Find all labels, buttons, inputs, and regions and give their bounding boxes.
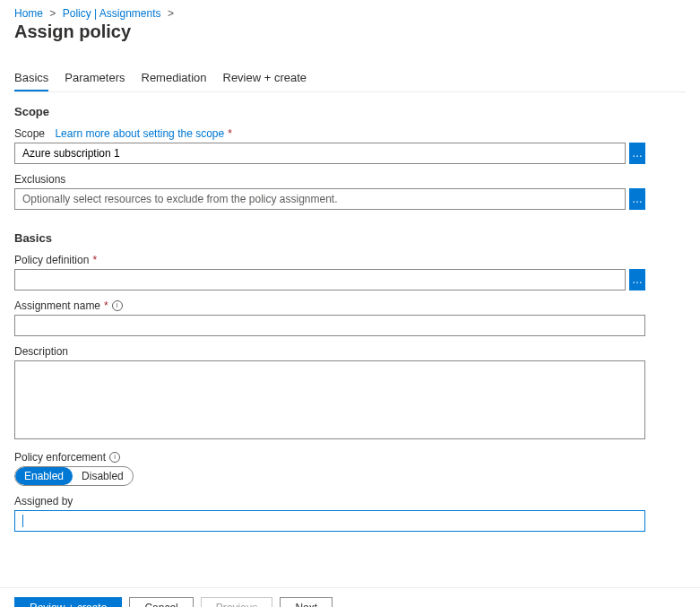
enforcement-disabled-option[interactable]: Disabled — [73, 467, 133, 485]
tab-remediation[interactable]: Remediation — [142, 67, 207, 91]
required-marker: * — [104, 299, 108, 312]
exclusions-label: Exclusions — [14, 173, 686, 186]
tab-review-create[interactable]: Review + create — [223, 67, 307, 91]
exclusions-picker-button[interactable]: … — [629, 188, 645, 210]
required-marker: * — [228, 127, 232, 140]
previous-button: Previous — [201, 597, 273, 607]
assigned-by-input[interactable] — [14, 510, 645, 532]
breadcrumb-policy-assignments[interactable]: Policy | Assignments — [63, 7, 161, 20]
exclusions-input[interactable] — [14, 188, 626, 210]
policy-definition-input[interactable] — [14, 269, 626, 290]
description-textarea[interactable] — [14, 360, 645, 439]
scope-learn-more-link[interactable]: Learn more about setting the scope — [55, 127, 224, 140]
breadcrumb: Home > Policy | Assignments > — [14, 7, 686, 20]
policy-enforcement-label: Policy enforcement i — [14, 451, 686, 464]
policy-definition-picker-button[interactable]: … — [629, 269, 645, 290]
cancel-button[interactable]: Cancel — [129, 597, 193, 607]
assigned-by-label: Assigned by — [14, 495, 686, 507]
assignment-name-label: Assignment name * i — [14, 299, 686, 312]
scope-input[interactable] — [14, 143, 626, 164]
chevron-right-icon: > — [168, 7, 174, 20]
policy-enforcement-toggle: Enabled Disabled — [14, 466, 134, 486]
scope-label-row: Scope Learn more about setting the scope… — [14, 127, 686, 140]
section-heading-scope: Scope — [14, 105, 686, 118]
review-create-button[interactable]: Review + create — [14, 597, 122, 607]
breadcrumb-home[interactable]: Home — [14, 7, 43, 20]
footer-actions: Review + create Cancel Previous Next — [0, 588, 700, 607]
enforcement-enabled-option[interactable]: Enabled — [15, 467, 73, 485]
text-caret — [22, 515, 23, 527]
tab-parameters[interactable]: Parameters — [65, 67, 125, 91]
chevron-right-icon: > — [49, 7, 56, 20]
scope-label: Scope — [14, 127, 45, 140]
info-icon[interactable]: i — [109, 452, 120, 463]
policy-definition-label: Policy definition * — [14, 254, 686, 266]
page-title: Assign policy — [14, 22, 686, 42]
section-heading-basics: Basics — [14, 231, 686, 245]
description-label: Description — [14, 345, 686, 358]
required-marker: * — [92, 254, 97, 266]
info-icon[interactable]: i — [112, 300, 123, 311]
assignment-name-input[interactable] — [14, 315, 645, 336]
tabs: Basics Parameters Remediation Review + c… — [14, 67, 686, 92]
next-button[interactable]: Next — [280, 597, 333, 607]
tab-basics[interactable]: Basics — [14, 67, 48, 91]
scope-picker-button[interactable]: … — [629, 143, 645, 164]
